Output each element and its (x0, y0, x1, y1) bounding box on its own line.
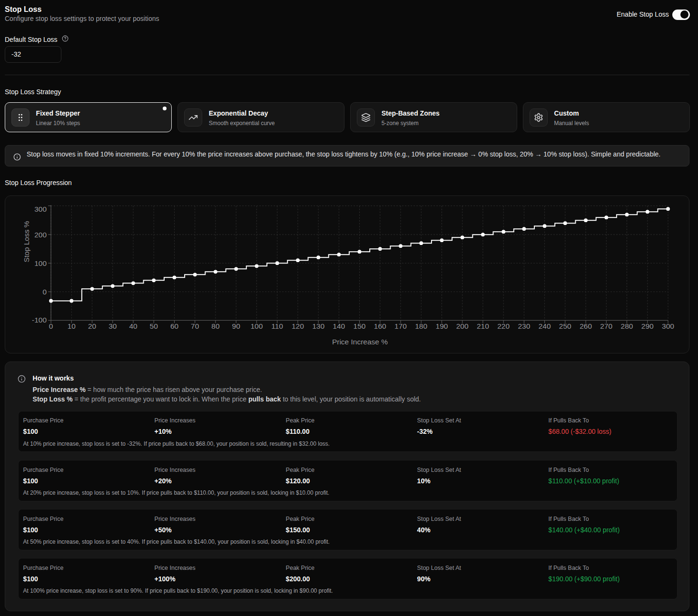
svg-text:280: 280 (621, 322, 633, 330)
svg-text:130: 130 (312, 322, 324, 330)
svg-text:240: 240 (539, 322, 551, 330)
svg-text:0: 0 (49, 322, 53, 330)
svg-text:300: 300 (34, 205, 47, 213)
svg-text:110: 110 (271, 322, 283, 330)
svg-text:60: 60 (170, 322, 179, 330)
svg-text:270: 270 (600, 322, 612, 330)
svg-text:100: 100 (34, 259, 47, 267)
svg-text:300: 300 (662, 322, 674, 330)
svg-text:80: 80 (211, 322, 220, 330)
svg-text:20: 20 (88, 322, 97, 330)
svg-text:190: 190 (436, 322, 448, 330)
svg-text:250: 250 (559, 322, 571, 330)
svg-text:-100: -100 (32, 316, 47, 324)
svg-text:40: 40 (129, 322, 138, 330)
svg-text:260: 260 (580, 322, 592, 330)
svg-text:180: 180 (415, 322, 427, 330)
svg-text:210: 210 (477, 322, 489, 330)
svg-text:200: 200 (34, 231, 47, 239)
svg-text:150: 150 (354, 322, 366, 330)
svg-text:Price Increase %: Price Increase % (332, 338, 388, 346)
svg-text:30: 30 (108, 322, 117, 330)
svg-text:90: 90 (232, 322, 241, 330)
svg-text:170: 170 (394, 322, 407, 330)
svg-text:100: 100 (250, 322, 263, 330)
svg-text:10: 10 (68, 322, 76, 330)
svg-text:160: 160 (374, 322, 386, 330)
svg-text:50: 50 (150, 322, 158, 330)
svg-text:230: 230 (518, 322, 530, 330)
svg-text:200: 200 (456, 322, 469, 330)
svg-text:140: 140 (333, 322, 345, 330)
svg-text:220: 220 (497, 322, 510, 330)
svg-text:0: 0 (42, 288, 47, 296)
svg-text:Stop Loss %: Stop Loss % (22, 221, 30, 262)
svg-text:290: 290 (641, 322, 654, 330)
svg-text:70: 70 (191, 322, 199, 330)
svg-text:120: 120 (292, 322, 304, 330)
